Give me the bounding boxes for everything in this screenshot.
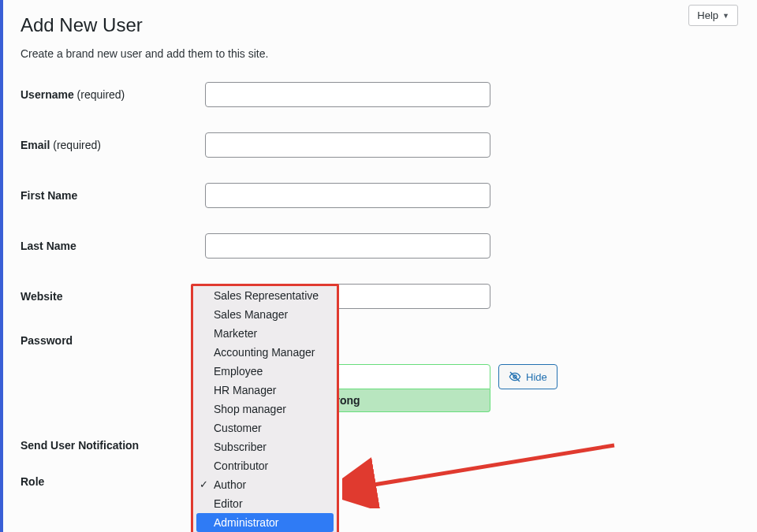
row-first-name: First Name xyxy=(21,183,740,208)
role-option[interactable]: Marketer xyxy=(193,324,337,343)
label-email-text: Email xyxy=(21,139,50,151)
label-last-name: Last Name xyxy=(21,240,205,252)
row-website: Website xyxy=(21,284,740,309)
label-first-name: First Name xyxy=(21,189,205,202)
label-notification: Send User Notification xyxy=(21,439,205,452)
row-email: Email (required) xyxy=(21,132,740,158)
role-dropdown[interactable]: Sales RepresentativeSales ManagerMarkete… xyxy=(191,284,339,532)
role-option[interactable]: Sales Representative xyxy=(193,286,337,305)
label-username-req: (required) xyxy=(77,88,125,101)
last-name-input[interactable] xyxy=(205,233,490,259)
label-email: Email (required) xyxy=(21,139,205,151)
label-username: Username (required) xyxy=(21,88,205,101)
role-option[interactable]: Editor xyxy=(193,494,337,513)
row-last-name: Last Name xyxy=(21,233,740,259)
help-button[interactable]: Help ▼ xyxy=(688,5,738,26)
role-option[interactable]: Administrator xyxy=(196,513,334,532)
username-input[interactable] xyxy=(205,82,490,107)
page-title: Add New User xyxy=(21,14,740,36)
role-option[interactable]: Contributor xyxy=(193,456,337,475)
page-subtitle: Create a brand new user and add them to … xyxy=(21,47,740,60)
first-name-input[interactable] xyxy=(205,183,490,208)
chevron-down-icon: ▼ xyxy=(722,12,729,20)
label-password: Password xyxy=(21,334,205,347)
role-option[interactable]: HR Manager xyxy=(193,381,337,400)
role-option[interactable]: Author xyxy=(193,475,337,494)
eye-slash-icon xyxy=(509,370,521,383)
role-option[interactable]: Customer xyxy=(193,419,337,437)
label-username-text: Username xyxy=(21,88,74,101)
role-option[interactable]: Shop manager xyxy=(193,400,337,419)
row-notification: Send User Notification email about their… xyxy=(21,439,740,452)
email-input[interactable] xyxy=(205,132,490,158)
label-email-req: (required) xyxy=(53,139,101,151)
hide-label: Hide xyxy=(526,371,547,383)
role-option[interactable]: Accounting Manager xyxy=(193,343,337,362)
label-role: Role xyxy=(21,475,205,488)
role-option[interactable]: Sales Manager xyxy=(193,305,337,324)
hide-password-button[interactable]: Hide xyxy=(498,364,557,389)
row-role: Role xyxy=(21,475,740,488)
role-option[interactable]: Subscriber xyxy=(193,437,337,456)
label-website: Website xyxy=(21,290,205,303)
page-content: Add New User Create a brand new user and… xyxy=(3,0,757,488)
help-label: Help xyxy=(697,9,718,21)
role-option[interactable]: Employee xyxy=(193,362,337,381)
row-username: Username (required) xyxy=(21,82,740,107)
row-password: Password Hide rong xyxy=(21,334,740,412)
